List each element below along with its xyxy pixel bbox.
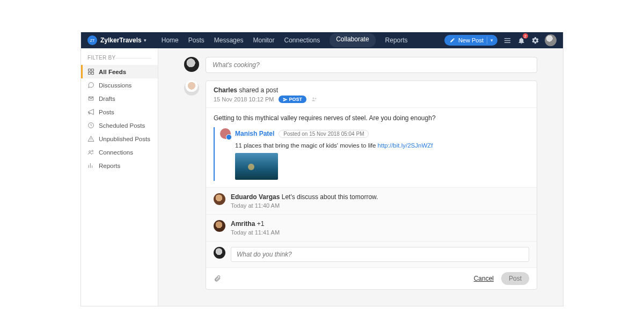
sidebar-item-label: Reports [99,163,120,169]
svg-rect-1 [92,69,94,71]
sidebar-item-label: All Feeds [99,69,126,75]
send-icon [283,97,288,102]
feed-post: Charles shared a post 15 Nov 2018 10:12 … [206,80,537,290]
chevron-down-icon: ▾ [491,38,493,43]
separator [487,36,487,44]
sidebar-item-label: Scheduled Posts [99,122,145,129]
nav-home[interactable]: Home [162,33,179,47]
app-frame: ZT ZylkerTravels ▾ Home Posts Messages M… [80,32,564,306]
svg-rect-0 [89,69,91,71]
settings-icon[interactable] [531,36,539,45]
attachment-link[interactable]: http://bit.ly/2SJnWZf [378,142,433,149]
sidebar-item-label: Drafts [99,96,115,102]
audience-icon[interactable] [311,96,318,103]
topbar: ZT ZylkerTravels ▾ Home Posts Messages M… [81,32,563,48]
main-content: Charles shared a post 15 Nov 2018 10:12 … [158,48,563,306]
pencil-icon [450,38,455,43]
current-user-avatar [184,57,199,72]
svg-point-8 [315,98,317,99]
post-header: Charles shared a post 15 Nov 2018 10:12 … [206,81,537,108]
comment-author[interactable]: Amritha [231,220,255,228]
reply-box [206,241,537,267]
nav-monitor[interactable]: Monitor [253,33,274,47]
main-nav: Home Posts Messages Monitor Connections … [162,33,408,47]
nav-connections[interactable]: Connections [284,33,320,47]
sidebar-item-label: Connections [99,149,133,156]
post-type-pill: POST [279,96,307,103]
brand-logo: ZT [87,35,97,45]
sidebar-item-unpublished[interactable]: Unpublished Posts [81,132,158,145]
attachment-author[interactable]: Manish Patel [235,130,274,137]
attachment-author-avatar [220,128,231,139]
post-button[interactable]: Post [501,272,529,285]
attachment-text: 11 places that bring the magic of kids' … [220,142,529,149]
sidebar-item-reports[interactable]: Reports [81,159,158,172]
svg-rect-2 [89,72,91,75]
sidebar-item-discussions[interactable]: Discussions [81,78,158,92]
filter-by-label: FILTER BY [81,55,158,65]
post-timestamp: 15 Nov 2018 10:12 PM [214,96,274,103]
new-post-button[interactable]: New Post ▾ [444,35,497,46]
compose-input[interactable] [206,57,537,73]
comment-avatar [214,220,225,232]
comments-section: Eduardo Vargas Let's discuss about this … [206,187,537,267]
svg-point-5 [89,151,91,152]
brand-name[interactable]: ZylkerTravels [100,36,142,44]
new-post-label: New Post [458,37,484,43]
post-author-avatar [184,80,199,96]
sidebar: FILTER BY All Feeds Discussions Drafts P… [81,48,158,306]
reply-input[interactable] [231,247,529,262]
nav-posts[interactable]: Posts [188,33,204,47]
sidebar-item-label: Posts [99,109,114,115]
post-author-line: Charles shared a post [214,86,529,94]
sidebar-item-label: Unpublished Posts [99,136,150,142]
user-avatar[interactable] [545,34,557,46]
sidebar-item-connections[interactable]: Connections [81,145,158,159]
chevron-down-icon[interactable]: ▾ [144,38,147,43]
svg-point-7 [313,98,314,99]
list-icon[interactable] [503,36,511,45]
comment-item: Amritha +1 Today at 11:41 AM [206,214,537,241]
comment-time: Today at 11:41 AM [231,229,280,236]
post-author-name[interactable]: Charles [214,86,237,94]
comment-author[interactable]: Eduardo Vargas [231,193,280,201]
nav-reports[interactable]: Reports [385,33,408,47]
comment-item: Eduardo Vargas Let's discuss about this … [206,188,537,214]
svg-rect-3 [92,72,94,75]
notifications-icon[interactable]: 2 [517,36,525,45]
notification-badge: 2 [523,33,528,39]
attachment-image[interactable] [235,153,278,180]
post-footer: Cancel Post [206,267,537,289]
nav-messages[interactable]: Messages [214,33,244,47]
sidebar-item-posts[interactable]: Posts [81,105,158,119]
post-text: Getting to this mythical valley requires… [214,114,529,122]
comment-text: Let's discuss about this tomorrow. [282,193,378,201]
reply-avatar [214,247,225,259]
comment-time: Today at 11:40 AM [231,202,378,209]
cancel-button[interactable]: Cancel [474,275,494,282]
comment-text: +1 [257,220,265,228]
nav-collaborate[interactable]: Collaborate [330,33,375,47]
comment-avatar [214,193,225,205]
attachment-icon[interactable] [214,275,221,282]
sidebar-item-all-feeds[interactable]: All Feeds [81,65,158,78]
svg-point-6 [92,150,93,152]
shared-attachment: Manish Patel Posted on 15 Nov 2018 05:04… [214,127,529,181]
attachment-timestamp: Posted on 15 Nov 2018 05:04 PM [279,130,369,138]
sidebar-item-scheduled[interactable]: Scheduled Posts [81,119,158,132]
sidebar-item-drafts[interactable]: Drafts [81,92,158,105]
sidebar-item-label: Discussions [99,82,131,89]
topbar-actions: New Post ▾ 2 [444,34,557,46]
